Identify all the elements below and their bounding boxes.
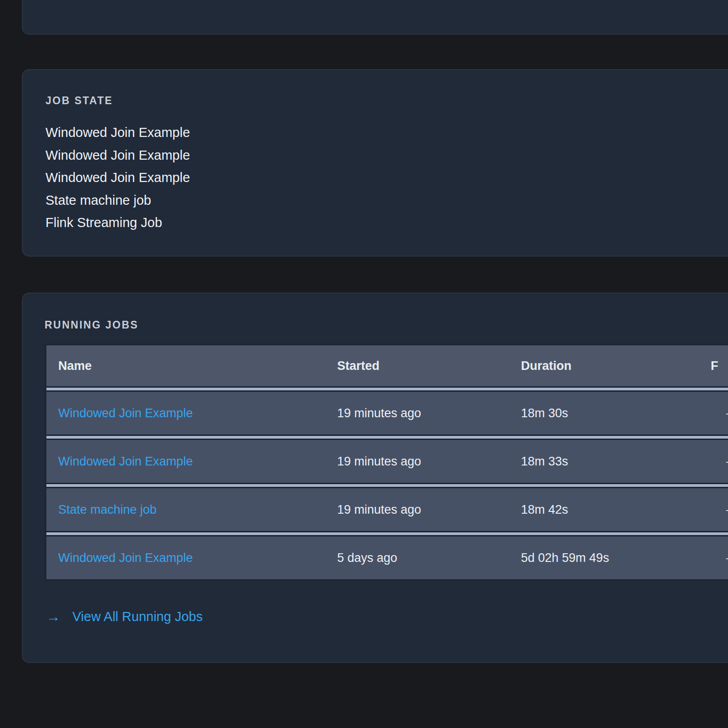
running-jobs-table: Name Started Duration F Windowed Join Ex…: [45, 344, 728, 581]
job-state-card: JOB STATE Windowed Join Example Windowed…: [22, 69, 728, 257]
table-row: Windowed Join Example 19 minutes ago 18m…: [46, 440, 728, 483]
column-header-duration: Duration: [521, 359, 711, 373]
table-divider: [46, 435, 728, 440]
table-row: Windowed Join Example 5 days ago 5d 02h …: [46, 536, 728, 579]
job-name-link[interactable]: State machine job: [58, 503, 157, 516]
job-duration-cell: 18m 33s: [521, 455, 711, 469]
job-started-cell: 19 minutes ago: [337, 406, 521, 420]
running-jobs-card: RUNNING JOBS Name Started Duration F Win…: [22, 293, 728, 663]
job-started-cell: 5 days ago: [337, 551, 521, 565]
job-state-item: Flink Streaming Job: [46, 212, 726, 234]
job-state-title: JOB STATE: [46, 95, 726, 107]
job-state-list: Windowed Join Example Windowed Join Exam…: [46, 121, 726, 234]
job-extra-cell: –: [711, 551, 728, 565]
job-duration-cell: 18m 42s: [521, 503, 711, 517]
table-divider: [46, 483, 728, 488]
job-duration-cell: 5d 02h 59m 49s: [521, 551, 711, 565]
job-duration-cell: 18m 30s: [521, 406, 711, 420]
column-header-name: Name: [58, 359, 337, 373]
job-started-cell: 19 minutes ago: [337, 503, 521, 517]
job-state-item: State machine job: [46, 189, 726, 212]
job-extra-cell: –: [711, 503, 728, 517]
dashboard-page: JOB STATE Windowed Join Example Windowed…: [0, 0, 728, 728]
column-header-clipped: F: [711, 359, 728, 373]
table-divider: [46, 386, 728, 392]
job-name-link[interactable]: Windowed Join Example: [58, 455, 193, 468]
job-started-cell: 19 minutes ago: [337, 455, 521, 469]
job-extra-cell: –: [711, 455, 728, 469]
running-jobs-title: RUNNING JOBS: [45, 319, 727, 331]
table-row: Windowed Join Example 19 minutes ago 18m…: [46, 392, 728, 435]
job-extra-cell: –: [711, 406, 728, 420]
column-header-started: Started: [337, 359, 521, 373]
table-header-row: Name Started Duration F: [46, 345, 728, 386]
job-state-item: Windowed Join Example: [46, 144, 726, 167]
view-all-label: View All Running Jobs: [72, 609, 202, 624]
arrow-right-icon: →: [46, 610, 61, 624]
job-state-item: Windowed Join Example: [46, 121, 726, 144]
table-divider: [46, 531, 728, 536]
view-all-running-jobs-link[interactable]: → View All Running Jobs: [46, 609, 202, 624]
job-name-link[interactable]: Windowed Join Example: [58, 551, 193, 565]
table-row: State machine job 19 minutes ago 18m 42s…: [46, 488, 728, 531]
job-name-link[interactable]: Windowed Join Example: [58, 406, 193, 420]
top-panel-card: [22, 0, 728, 35]
job-state-item: Windowed Join Example: [46, 167, 726, 189]
